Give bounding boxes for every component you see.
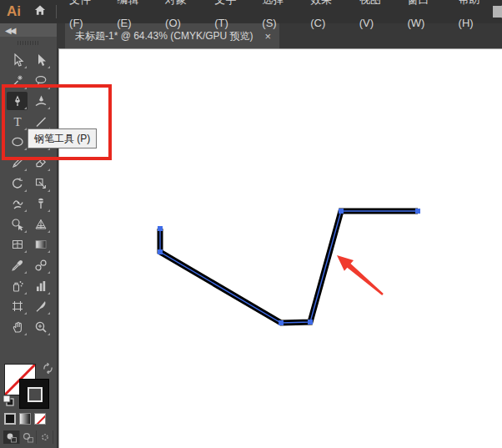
menu-item-object[interactable]: 对象(O) [158, 0, 207, 35]
menu-item-select[interactable]: 选择(S) [254, 0, 303, 35]
tools-panel: ◀◀ T [0, 23, 57, 448]
swap-fill-stroke-icon[interactable] [42, 362, 54, 375]
eyedropper-tool[interactable] [7, 256, 28, 274]
mesh-tool[interactable] [7, 235, 28, 254]
draw-inside-button[interactable] [37, 430, 53, 444]
type-tool[interactable]: T [7, 113, 28, 131]
symbol-sprayer-icon [11, 279, 24, 293]
gradient-tool[interactable] [30, 235, 51, 254]
eraser-tool[interactable] [30, 154, 51, 172]
magic-wand-tool[interactable] [7, 72, 28, 90]
curvature-icon [34, 94, 48, 108]
pen-icon [11, 94, 24, 108]
lasso-icon [34, 74, 48, 88]
draw-behind-button[interactable] [20, 430, 37, 444]
artboard-tool[interactable] [7, 297, 28, 315]
blend-tool[interactable] [30, 256, 51, 274]
ellipse-icon [11, 135, 24, 148]
perspective-grid-tool[interactable] [30, 215, 51, 234]
pencil-tool[interactable] [7, 154, 28, 172]
menu-item-file[interactable]: 文件(F) [62, 0, 109, 35]
apply-color-button[interactable] [4, 413, 16, 425]
stroke-color-swatch[interactable] [19, 379, 49, 409]
menu-item-effect[interactable]: 效果(C) [303, 0, 351, 35]
gradient-icon [34, 238, 48, 251]
magic-wand-icon [11, 74, 24, 88]
collapse-panel-icon[interactable]: ◀◀ [5, 26, 14, 35]
eraser-icon [34, 156, 48, 169]
symbol-sprayer-tool[interactable] [7, 277, 28, 295]
home-icon [33, 4, 47, 20]
menu-item-type[interactable]: 文字(T) [207, 0, 254, 35]
rotate-icon [11, 177, 24, 190]
lasso-tool[interactable] [30, 72, 51, 90]
blend-icon [34, 259, 48, 272]
svg-text:T: T [13, 115, 21, 128]
zoom-tool[interactable] [30, 318, 51, 336]
mesh-icon [11, 238, 24, 251]
line-segment-icon [34, 115, 48, 128]
home-button[interactable] [31, 3, 50, 20]
menu-item-edit[interactable]: 编辑(E) [109, 0, 158, 35]
curvature-tool[interactable] [30, 92, 51, 110]
slice-icon [34, 300, 48, 313]
selection-icon [11, 53, 24, 67]
menu-item-window[interactable]: 窗口(W) [399, 0, 450, 35]
free-transform-icon [34, 197, 48, 210]
pen-tool-tooltip: 钢笔工具 (P) [28, 128, 97, 148]
stroke-swatch-hole [28, 387, 43, 402]
apply-none-button[interactable] [34, 413, 46, 425]
menu-item-view[interactable]: 视图(V) [352, 0, 400, 35]
shape-builder-icon [11, 218, 24, 231]
apply-gradient-button[interactable] [19, 413, 31, 425]
artboard-canvas[interactable] [58, 48, 502, 448]
hand-tool[interactable] [7, 318, 28, 336]
perspective-grid-icon [34, 218, 48, 231]
puppet-warp-tool[interactable] [7, 194, 28, 213]
direct-selection-tool[interactable] [30, 51, 51, 69]
type-icon: T [11, 115, 24, 128]
default-fill-stroke-icon[interactable] [2, 394, 15, 407]
free-transform-tool[interactable] [30, 194, 51, 213]
rotate-tool[interactable] [7, 174, 28, 193]
menubar-divider [56, 5, 57, 18]
puppet-warp-icon [11, 197, 24, 210]
shape-builder-tool[interactable] [7, 215, 28, 234]
apply-color-row [4, 413, 46, 425]
artboard-icon [11, 300, 24, 313]
drawing-modes [3, 430, 53, 444]
tools-panel-header[interactable]: ◀◀ [0, 23, 57, 37]
docked-panel-chip [493, 6, 502, 18]
draw-normal-button[interactable] [3, 430, 20, 444]
pen-tool[interactable] [7, 92, 28, 110]
illustrator-window: Ai 文件(F)编辑(E)对象(O)文字(T)选择(S)效果(C)视图(V)窗口… [0, 0, 502, 448]
column-graph-tool[interactable] [30, 277, 51, 295]
scale-icon [34, 177, 48, 190]
hand-icon [11, 320, 24, 334]
pencil-icon [11, 156, 24, 169]
slice-tool[interactable] [30, 297, 51, 315]
ellipse-tool[interactable] [7, 133, 28, 151]
column-graph-icon [34, 279, 48, 293]
selection-tool[interactable] [7, 51, 28, 69]
scale-tool[interactable] [30, 174, 51, 193]
zoom-icon [34, 320, 48, 334]
panel-grip-handle[interactable] [18, 41, 39, 45]
menu-list: 文件(F)编辑(E)对象(O)文字(T)选择(S)效果(C)视图(V)窗口(W)… [62, 0, 499, 35]
eyedropper-icon [11, 259, 24, 272]
illustrator-logo: Ai [7, 3, 28, 20]
menu-bar: Ai 文件(F)编辑(E)对象(O)文字(T)选择(S)效果(C)视图(V)窗口… [0, 0, 502, 23]
direct-selection-icon [34, 53, 48, 67]
